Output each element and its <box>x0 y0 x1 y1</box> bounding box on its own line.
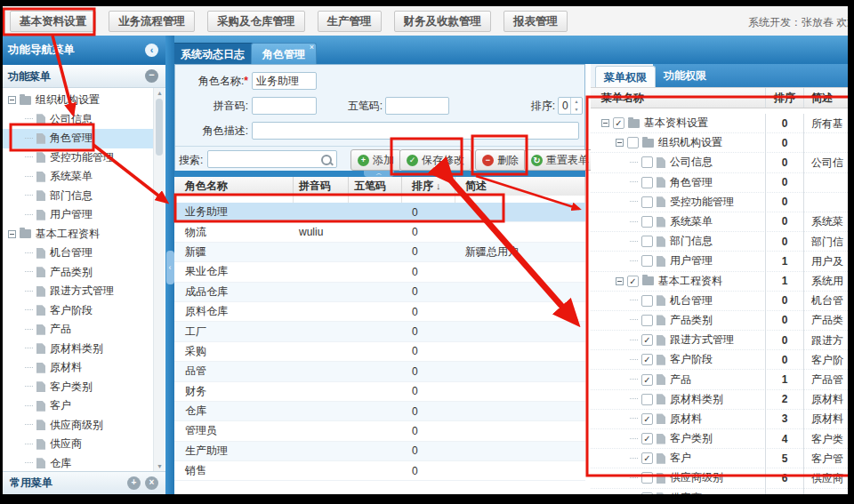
table-row[interactable]: 果业仓库0 <box>174 262 585 282</box>
top-menu-item[interactable]: 基本资料设置 <box>10 11 96 32</box>
sidebar-tree-item[interactable]: 公司信息 <box>3 110 153 130</box>
splitter-collapse-icon[interactable]: ‹ <box>166 251 174 284</box>
tab-role-management[interactable]: 角色管理 × <box>251 43 317 65</box>
sidebar-tree-item[interactable]: 客户阶段 <box>3 301 153 321</box>
sidebar-tree-item[interactable]: 跟进方式管理 <box>3 282 153 301</box>
sidebar-splitter[interactable]: ‹ <box>165 36 174 494</box>
permission-tree-row[interactable]: ✓产品1产品管 <box>591 370 848 389</box>
sidebar-tree-item[interactable]: 原材料类别 <box>3 340 153 359</box>
row-checkbox[interactable] <box>641 295 653 307</box>
tab-function-permissions[interactable]: 功能权限 <box>664 64 706 87</box>
filter-cell[interactable] <box>174 196 294 203</box>
scrollbar-thumb[interactable] <box>156 99 163 156</box>
search-icon[interactable] <box>321 155 332 165</box>
scroll-down-icon[interactable]: ▼ <box>154 463 165 469</box>
top-menu-item[interactable]: 采购及仓库管理 <box>207 11 305 32</box>
toolbar-button-check[interactable]: ✓保存修改 <box>399 149 471 171</box>
row-checkbox[interactable]: ✓ <box>641 374 653 386</box>
permission-tree-row[interactable]: 机台管理0机台管 <box>591 292 848 311</box>
filter-cell[interactable] <box>455 196 585 203</box>
search-input[interactable] <box>207 150 337 168</box>
sidebar-tree-item[interactable]: 仓库 <box>3 454 153 472</box>
expand-collapse-icon[interactable] <box>8 230 16 238</box>
table-row[interactable]: 采购0 <box>174 342 585 362</box>
sidebar-tree-item[interactable]: 系统菜单 <box>3 167 153 187</box>
row-checkbox[interactable]: ✓ <box>641 433 653 444</box>
table-row[interactable]: 新疆0新疆总用户 <box>174 243 585 262</box>
row-checkbox[interactable] <box>641 156 653 168</box>
table-row[interactable]: 品管0 <box>174 362 585 381</box>
table-row[interactable]: 销售0 <box>174 461 585 481</box>
sidebar-tree-item[interactable]: 原材料 <box>3 358 153 378</box>
row-checkbox[interactable] <box>627 137 639 148</box>
sidebar-tree-item[interactable]: 客户类别 <box>3 378 153 397</box>
sidebar-tree-item[interactable]: 受控功能管理 <box>3 148 153 168</box>
row-checkbox[interactable] <box>641 315 653 326</box>
row-checkbox[interactable]: ✓ <box>641 354 653 365</box>
row-checkbox[interactable]: ✓ <box>641 413 653 425</box>
sidebar-scrollbar[interactable]: ▲ ▼ <box>153 88 165 471</box>
pinyin-input[interactable] <box>252 97 317 115</box>
table-row[interactable]: 管理员0 <box>174 421 585 441</box>
table-row[interactable]: 业务助理0 <box>174 203 585 222</box>
sidebar-tree-item[interactable]: 角色管理 <box>3 129 153 148</box>
expand-collapse-icon[interactable] <box>616 277 624 285</box>
table-row[interactable]: 原料仓库0 <box>174 302 585 322</box>
sidebar-tree-item[interactable]: 基本工程资料 <box>3 225 153 244</box>
permission-tree-row[interactable]: ✓基本工程资料1系统用 <box>591 272 848 292</box>
row-checkbox[interactable] <box>641 177 653 188</box>
row-checkbox[interactable]: ✓ <box>641 334 653 346</box>
collapse-section-icon[interactable]: − <box>145 69 158 83</box>
filter-cell[interactable] <box>402 196 455 203</box>
row-checkbox[interactable] <box>641 236 653 247</box>
tab-menu-permissions[interactable]: 菜单权限 <box>595 66 656 88</box>
filter-cell[interactable] <box>294 196 349 203</box>
permission-tree-row[interactable]: ✓客户类别4客户类 <box>591 429 848 449</box>
column-menu-name[interactable]: 菜单名称 <box>591 88 765 108</box>
row-checkbox[interactable] <box>641 472 653 484</box>
table-column-header[interactable]: 简述 <box>455 177 585 196</box>
role-name-input[interactable]: 业务助理 <box>252 72 317 90</box>
collapse-sidebar-icon[interactable]: ‹ <box>145 44 158 57</box>
table-row[interactable]: 工厂0 <box>174 322 585 341</box>
permission-tree-row[interactable]: 系统菜单0系统菜 <box>591 212 848 232</box>
sidebar-footer[interactable]: 常用菜单 + × <box>3 471 165 494</box>
sidebar-tree-item[interactable]: 供应商 <box>3 435 153 454</box>
toolbar-button-refresh[interactable]: ↻重置表单 <box>524 149 596 171</box>
permission-tree-row[interactable]: 公司信息0公司信 <box>591 153 848 172</box>
permission-tree-row[interactable]: 原材料类别2原材料 <box>591 390 848 410</box>
row-checkbox[interactable]: ✓ <box>627 276 639 287</box>
permission-tree-row[interactable]: 受控功能管理0 <box>591 193 848 212</box>
collapse-strip-icon[interactable]: ︿ <box>364 171 394 177</box>
role-desc-input[interactable] <box>252 122 579 140</box>
table-row[interactable]: 物流wuliu0 <box>174 222 585 242</box>
filter-cell[interactable] <box>349 196 402 203</box>
expand-collapse-icon[interactable] <box>616 139 624 147</box>
top-menu-item[interactable]: 业务流程管理 <box>109 11 195 32</box>
permission-tree-row[interactable]: ✓客户5客户管 <box>591 449 848 468</box>
top-menu-item[interactable]: 财务及收款管理 <box>394 11 492 32</box>
expand-collapse-icon[interactable] <box>8 96 16 104</box>
table-column-header[interactable]: 排序↓ <box>402 177 455 196</box>
sidebar-tree-item[interactable]: 产品 <box>3 320 153 340</box>
table-row[interactable]: 生产助理0 <box>174 442 585 461</box>
row-checkbox[interactable] <box>641 196 653 208</box>
permission-tree-row[interactable]: 部门信息0部门信 <box>591 232 848 252</box>
sidebar-section-header[interactable]: 功能菜单 − <box>3 65 165 88</box>
permission-tree-row[interactable]: 产品类别0产品类 <box>591 311 848 331</box>
permission-tree-row[interactable]: 供应商级别6供应商 <box>591 468 848 488</box>
spinner-down-icon[interactable]: ▼ <box>571 106 582 114</box>
table-column-header[interactable]: 五笔码 <box>349 177 402 196</box>
table-column-header[interactable]: 角色名称 <box>174 177 294 196</box>
wubi-input[interactable] <box>385 97 449 115</box>
row-checkbox[interactable] <box>641 394 653 405</box>
column-desc[interactable]: 简述 <box>803 88 848 108</box>
row-checkbox[interactable] <box>641 216 653 228</box>
sidebar-tree-item[interactable]: 用户管理 <box>3 205 153 225</box>
collapse-strip[interactable]: ︿ <box>174 171 585 177</box>
row-checkbox[interactable]: ✓ <box>613 117 624 129</box>
sidebar-tree-item[interactable]: 机台管理 <box>3 244 153 263</box>
permission-tree-row[interactable]: 用户管理1用户及 <box>591 252 848 271</box>
add-favorite-icon[interactable]: + <box>127 476 141 490</box>
sidebar-tree-item[interactable]: 部门信息 <box>3 187 153 206</box>
